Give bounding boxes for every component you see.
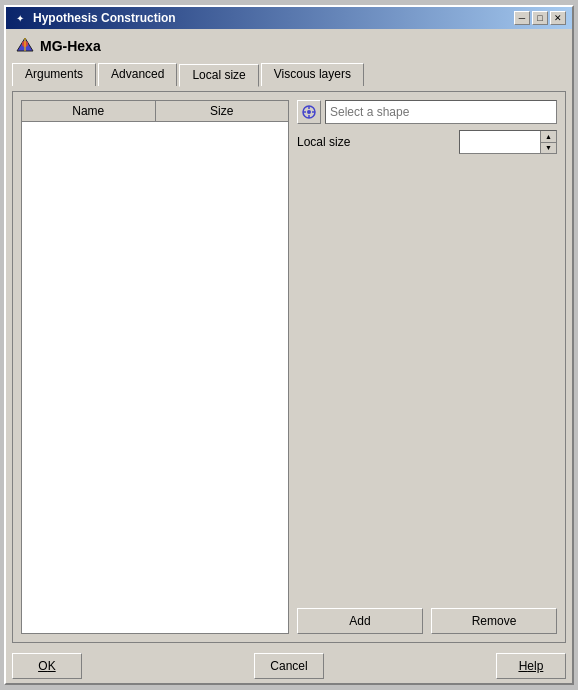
app-logo-icon [16, 37, 34, 55]
app-title-text: MG-Hexa [40, 38, 101, 54]
title-buttons: ─ □ ✕ [514, 11, 566, 25]
bottom-buttons: OK Cancel Help [6, 649, 572, 683]
window-icon: ✦ [12, 10, 28, 26]
window-title: Hypothesis Construction [33, 11, 176, 25]
title-bar-left: ✦ Hypothesis Construction [12, 10, 176, 26]
spinner-up-button[interactable]: ▲ [541, 131, 556, 143]
ok-button[interactable]: OK [12, 653, 82, 679]
right-panel: Local size 0 ▲ ▼ Add Remove [297, 100, 557, 634]
cancel-button[interactable]: Cancel [254, 653, 324, 679]
tab-local-size[interactable]: Local size [179, 64, 258, 87]
window-content: MG-Hexa Arguments Advanced Local size Vi… [6, 29, 572, 649]
local-size-input[interactable]: 0 [460, 131, 540, 153]
pointer-icon [301, 104, 317, 120]
minimize-button[interactable]: ─ [514, 11, 530, 25]
close-button[interactable]: ✕ [550, 11, 566, 25]
tab-bar: Arguments Advanced Local size Viscous la… [12, 63, 566, 86]
help-underline: Help [519, 659, 544, 673]
add-button[interactable]: Add [297, 608, 423, 634]
spinner-buttons: ▲ ▼ [540, 131, 556, 153]
column-name-header: Name [22, 101, 156, 121]
svg-point-4 [307, 110, 311, 114]
filler [297, 160, 557, 602]
local-size-row: Local size 0 ▲ ▼ [297, 130, 557, 154]
tab-advanced[interactable]: Advanced [98, 63, 177, 86]
remove-button[interactable]: Remove [431, 608, 557, 634]
shape-selector-row [297, 100, 557, 124]
tab-arguments[interactable]: Arguments [12, 63, 96, 86]
table-body [22, 122, 288, 633]
help-button[interactable]: Help [496, 653, 566, 679]
tab-viscous-layers[interactable]: Viscous layers [261, 63, 364, 86]
local-size-spinner: 0 ▲ ▼ [459, 130, 557, 154]
spinner-down-button[interactable]: ▼ [541, 143, 556, 154]
table-header: Name Size [22, 101, 288, 122]
main-window: ✦ Hypothesis Construction ─ □ ✕ MG-Hexa … [4, 5, 574, 685]
tab-content-local-size: Name Size [12, 91, 566, 643]
action-buttons: Add Remove [297, 608, 557, 634]
ok-underline: OK [38, 659, 55, 673]
select-shape-button[interactable] [297, 100, 321, 124]
shape-input[interactable] [325, 100, 557, 124]
column-size-header: Size [156, 101, 289, 121]
shape-table: Name Size [21, 100, 289, 634]
local-size-label: Local size [297, 135, 350, 149]
maximize-button[interactable]: □ [532, 11, 548, 25]
app-title-row: MG-Hexa [12, 35, 566, 57]
title-bar: ✦ Hypothesis Construction ─ □ ✕ [6, 7, 572, 29]
